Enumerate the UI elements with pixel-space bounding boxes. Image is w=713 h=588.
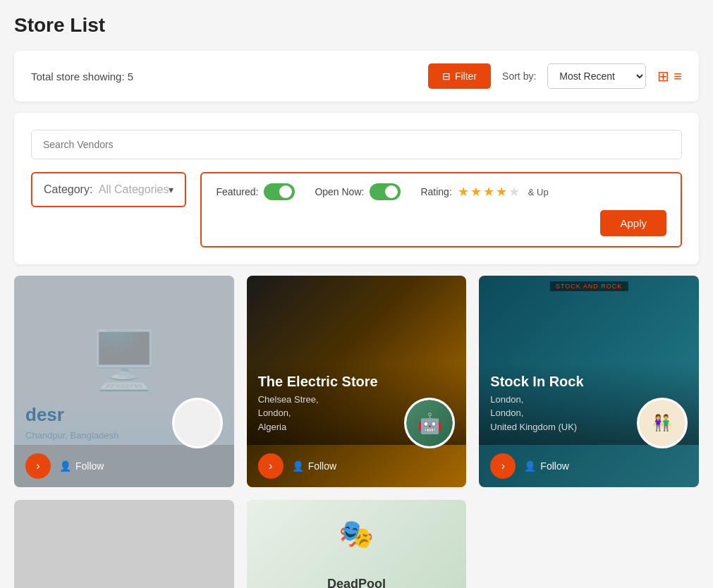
store-card-electric: The Electric Store Chelsea Stree,London,… <box>247 276 467 487</box>
store-follow-button-stock[interactable]: 👤 Follow <box>524 460 568 472</box>
store-arrow-button-stock[interactable]: › <box>490 453 516 479</box>
store-actions-desr: › 👤 Follow <box>14 445 234 487</box>
filter-row: Category: All Categories ▾ Featured: <box>31 172 682 247</box>
view-toggle: ⊞ ≡ <box>657 68 682 85</box>
star-rating[interactable]: ★ ★ ★ ★ ★ <box>458 184 520 200</box>
filter-icon: ⊟ <box>442 71 451 82</box>
store-badge-stock: STOCK AND ROCK <box>550 281 628 291</box>
category-dropdown[interactable]: Category: All Categories ▾ <box>31 172 186 207</box>
store-avatar-desr <box>172 398 223 448</box>
store-avatar-stock: 👫 <box>637 398 688 448</box>
follow-label-desr: Follow <box>75 460 104 472</box>
rating-label: Rating: <box>420 186 451 197</box>
sort-label: Sort by: <box>502 71 536 82</box>
store-follow-button-desr[interactable]: 👤 Follow <box>59 460 104 472</box>
star-3[interactable]: ★ <box>483 184 494 200</box>
open-now-filter: Open Now: <box>315 183 401 200</box>
featured-toggle[interactable] <box>264 183 295 200</box>
apply-button[interactable]: Apply <box>600 210 666 236</box>
list-view-icon[interactable]: ≡ <box>674 68 682 85</box>
featured-slider <box>264 183 295 200</box>
sort-select[interactable]: Most Recent Most Popular Highest Rated <box>547 63 646 89</box>
featured-label: Featured: <box>216 186 258 197</box>
and-up-label: & Up <box>528 187 549 197</box>
store-grid: 🖥️ desr Chandpur, Bangladesh › 👤 Follow <box>14 276 699 487</box>
open-now-slider <box>370 183 401 200</box>
category-label-text: Category: <box>44 183 92 195</box>
store-card-stock: STOCK AND ROCK Stock In Rock London,Lond… <box>479 276 699 487</box>
grid-view-icon[interactable]: ⊞ <box>657 68 669 85</box>
search-input[interactable] <box>31 130 682 159</box>
featured-filter: Featured: <box>216 183 295 200</box>
store-grid-bottom: 🎭 DeadPool <box>14 500 699 588</box>
category-label: Category: All Categories <box>44 183 169 196</box>
store-actions-electric: › 👤 Follow <box>247 445 467 487</box>
filter-button[interactable]: ⊟ Filter <box>428 63 491 89</box>
follow-person-icon-desr: 👤 <box>59 460 71 472</box>
star-5[interactable]: ★ <box>508 184 520 200</box>
toolbar-right: ⊟ Filter Sort by: Most Recent Most Popul… <box>428 63 682 89</box>
toolbar: Total store showing: 5 ⊟ Filter Sort by:… <box>14 51 699 102</box>
follow-person-icon-stock: 👤 <box>524 460 536 472</box>
open-now-label: Open Now: <box>315 186 364 197</box>
store-name-stock: Stock In Rock <box>490 374 688 390</box>
filter-options-row: Featured: Open Now: <box>216 183 666 200</box>
category-value: All Categories <box>99 183 169 195</box>
store-name-deadpool: DeadPool <box>327 577 386 588</box>
store-card-deadpool: 🎭 DeadPool <box>247 500 467 588</box>
open-now-toggle[interactable] <box>370 183 401 200</box>
store-follow-button-electric[interactable]: 👤 Follow <box>292 460 336 472</box>
filter-panel: Category: All Categories ▾ Featured: <box>14 113 699 264</box>
star-1[interactable]: ★ <box>458 184 469 200</box>
filter-button-label: Filter <box>455 71 477 82</box>
store-card-desr: 🖥️ desr Chandpur, Bangladesh › 👤 Follow <box>14 276 234 487</box>
store-card-partial-gray <box>14 500 234 588</box>
star-2[interactable]: ★ <box>470 184 482 200</box>
store-arrow-button-desr[interactable]: › <box>25 453 51 479</box>
follow-label-electric: Follow <box>308 460 336 472</box>
chevron-down-icon: ▾ <box>169 184 173 195</box>
store-arrow-button-electric[interactable]: › <box>258 453 284 479</box>
store-avatar-electric: 🤖 <box>404 398 455 448</box>
filters-right-box: Featured: Open Now: <box>200 172 682 247</box>
follow-label-stock: Follow <box>540 460 568 472</box>
star-4[interactable]: ★ <box>496 184 507 200</box>
follow-person-icon-electric: 👤 <box>292 460 304 472</box>
page-title: Store List <box>14 14 699 37</box>
total-store-label: Total store showing: 5 <box>31 71 133 82</box>
store-actions-stock: › 👤 Follow <box>479 445 699 487</box>
rating-filter: Rating: ★ ★ ★ ★ ★ & Up <box>420 184 548 200</box>
store-name-electric: The Electric Store <box>258 374 456 390</box>
